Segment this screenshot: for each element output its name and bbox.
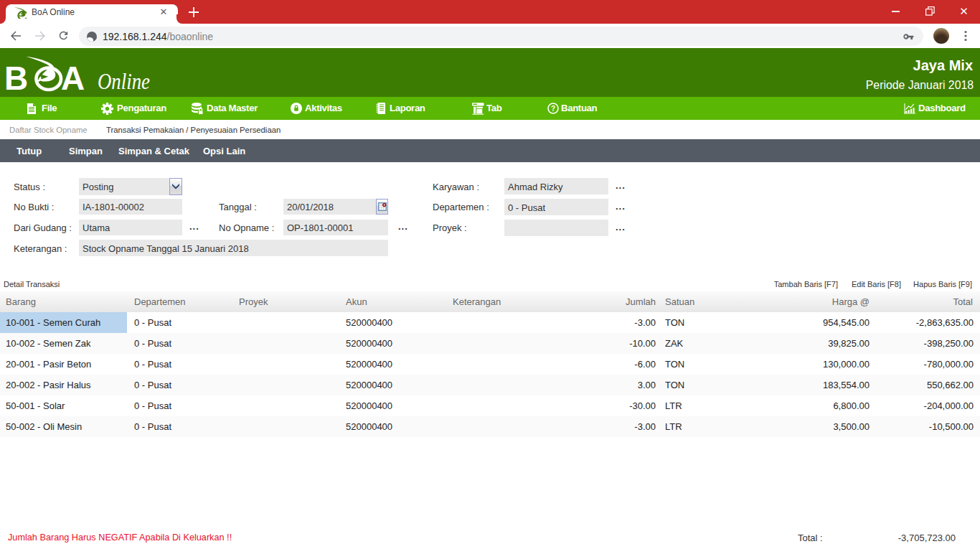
svg-text:?: ?	[551, 105, 555, 113]
